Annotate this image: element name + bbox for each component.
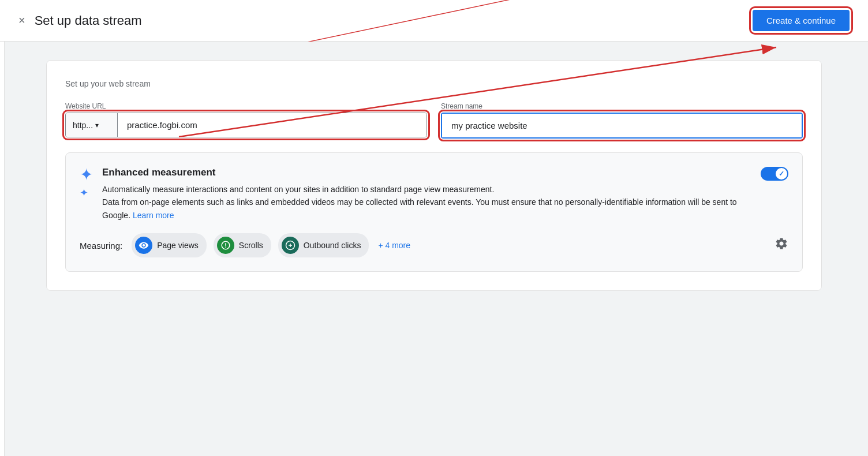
website-url-label: Website URL [65, 102, 427, 110]
page-views-icon [135, 237, 152, 254]
stream-name-label: Stream name [441, 102, 803, 110]
outbound-clicks-label: Outbound clicks [304, 241, 361, 250]
measuring-row: Measuring: Page views [80, 233, 788, 257]
close-icon[interactable]: × [18, 14, 25, 27]
header-left: × Set up data stream [18, 13, 142, 28]
setup-card: Set up your web stream Website URL http.… [46, 60, 822, 291]
learn-more-link[interactable]: Learn more [133, 211, 174, 220]
website-url-input-wrapper: http... ▾ [65, 113, 427, 137]
chevron-down-icon[interactable]: ▾ [95, 121, 99, 129]
enhanced-measurement-section: ✦✦ Enhanced measurement Automatically me… [65, 152, 803, 272]
url-domain-input[interactable] [118, 113, 426, 137]
page-views-label: Page views [157, 241, 199, 250]
measuring-label: Measuring: [80, 241, 122, 251]
main-content: Set up your web stream Website URL http.… [0, 42, 868, 309]
form-row: Website URL http... ▾ Stream name [65, 102, 803, 139]
protocol-select[interactable]: http... ▾ [66, 113, 118, 137]
enhanced-measurement-title: Enhanced measurement [102, 167, 751, 178]
enhanced-toggle[interactable]: ✓ [761, 167, 788, 183]
outbound-clicks-pill: Outbound clicks [278, 233, 369, 257]
scrolls-pill: Scrolls [214, 233, 271, 257]
enhanced-header: ✦✦ Enhanced measurement Automatically me… [80, 167, 788, 222]
page-title: Set up data stream [35, 13, 142, 28]
website-url-group: Website URL http... ▾ [65, 102, 427, 139]
stream-name-wrapper [441, 113, 803, 139]
sparkles-icon: ✦✦ [80, 167, 93, 199]
stream-name-group: Stream name [441, 102, 803, 139]
create-continue-button[interactable]: Create & continue [753, 10, 850, 31]
stream-name-input[interactable] [442, 114, 802, 137]
more-link[interactable]: + 4 more [378, 241, 410, 250]
toggle-thumb: ✓ [776, 168, 787, 180]
outbound-clicks-icon [282, 237, 299, 254]
toggle-track: ✓ [761, 167, 788, 181]
settings-button[interactable] [775, 237, 788, 254]
toggle-switch[interactable]: ✓ [761, 167, 788, 181]
scrolls-label: Scrolls [239, 241, 263, 250]
protocol-value: http... [73, 121, 93, 130]
toggle-check-icon: ✓ [779, 170, 784, 178]
page-views-pill: Page views [132, 233, 207, 257]
enhanced-description-1: Automatically measure interactions and c… [102, 183, 751, 196]
enhanced-description-2: Data from on-page elements such as links… [102, 196, 751, 222]
scrolls-icon [217, 237, 234, 254]
page-header: × Set up data stream Create & continue [0, 0, 868, 42]
card-subtitle: Set up your web stream [65, 79, 803, 88]
enhanced-title-block: Enhanced measurement Automatically measu… [102, 167, 751, 222]
